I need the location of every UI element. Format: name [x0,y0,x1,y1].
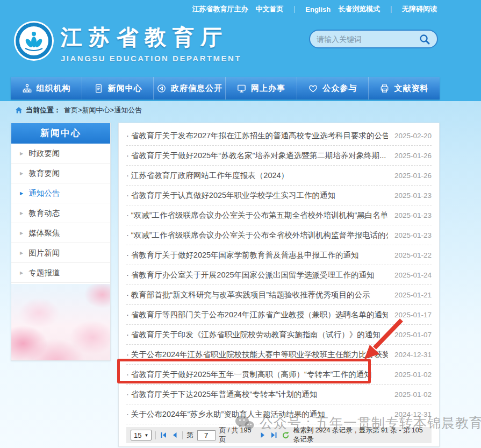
news-row: 省教育厅关于做好2025年“苏教名家”培养对象遴选暨第二期培养对象终期...20… [126,146,432,166]
topbar-separator: ｜ [387,4,394,14]
news-list: 省教育厅关于发布2027年拟在江苏招生的普通高校专业选考科目要求的公告2025-… [119,126,439,424]
news-link[interactable]: 省教育厅关于印发《江苏省职业院校劳动教育实施指南（试行）》的通知 [126,330,388,340]
sidebar-item[interactable]: ▶图片新闻 [11,243,110,263]
news-link[interactable]: 省教育厅关于做好2025年“苏教名家”培养对象遴选暨第二期培养对象终期... [126,151,388,161]
triangle-bullet-icon: ▶ [20,243,23,263]
sidebar-item[interactable]: ▶教育动态 [11,203,110,223]
page-size-select[interactable]: 15 ▼ [131,430,152,440]
news-date: 2024-12-31 [394,351,432,359]
news-link[interactable]: 省教育厅关于认真做好2025年职业学校学生实习工作的通知 [126,190,388,201]
news-link[interactable]: 省教育厅关于发布2027年拟在江苏招生的普通高校专业选考科目要求的公告 [126,131,388,141]
sidebar-item-label: 教育要闻 [28,163,60,183]
news-date: 2025-01-21 [394,291,432,299]
last-page-button[interactable] [270,431,278,439]
news-link[interactable]: 省教育厅办公室关于开展2025年国家公派出国留学选派受理工作的通知 [126,270,388,280]
news-link[interactable]: 省教育厅关于下达2025年普通高校“专转本”计划的通知 [126,389,388,400]
news-date: 2025-01-24 [394,271,432,279]
search-icon[interactable] [419,33,430,45]
news-date: 2025-01-26 [394,172,432,180]
next-page-button[interactable] [259,431,267,439]
triangle-bullet-icon: ▶ [20,263,23,283]
home-icon [15,106,23,114]
sidebar: 新闻中心 ▶时政要闻▶教育要闻▶通知公告▶教育动态▶媒体聚焦▶图片新闻▶专题报道 [11,123,111,361]
sidebar-item-label: 专题报道 [28,263,60,283]
news-link[interactable]: 关于公布2024年江苏省职业院校技能大赛中等职业学校班主任能力比赛获奖 [126,350,388,360]
sidebar-item[interactable]: ▶时政要闻 [11,144,110,163]
news-link[interactable]: 省教育厅关于做好2025年国家学前教育普及普惠县申报工作的通知 [126,250,388,260]
nav-label: 政府信息公开 [171,83,222,94]
news-link[interactable]: 关于公布2024年“苏乡永助”资助育人主题活动结果的通知 [126,409,388,419]
nav-label: 网上办事 [251,83,285,94]
pagination-summary: 检索到 2924 条记录，显示第 91 条 - 第 105 条记录 [293,426,427,444]
news-row: 省教育厅关于认真做好2025年职业学校学生实习工作的通知2025-01-23 [126,186,432,205]
news-link[interactable]: 江苏省教育厅政府网站工作年度报表（2024） [126,170,388,181]
page-label-suffix: 页 / 共 195 页 [219,426,255,444]
prev-page-button[interactable] [171,431,178,439]
first-page-button[interactable] [160,431,167,439]
topbar-link-host[interactable]: 江苏省教育厅主办 [192,4,248,14]
heart-icon [308,83,318,94]
sidebar-menu: ▶时政要闻▶教育要闻▶通知公告▶教育动态▶媒体聚焦▶图片新闻▶专题报道 [11,144,110,283]
refresh-icon[interactable] [282,431,290,440]
org-chart-icon [22,83,32,94]
sidebar-item[interactable]: ▶媒体聚焦 [11,223,110,243]
news-row: 省教育厅关于下达2025年普通高校“专转本”计划的通知2025-01-02 [126,385,432,404]
sidebar-item-label: 时政要闻 [28,144,60,163]
next-page-icon [259,431,267,439]
topbar-link-accessibility[interactable]: 无障碍阅读 [402,4,437,14]
topbar-link-chinese-home[interactable]: 中文首页 [256,4,284,14]
archive-icon [379,83,390,94]
nav-label: 新闻中心 [108,83,142,94]
news-date: 2025-01-23 [394,191,432,200]
nav-item-news-center[interactable]: 新闻中心 [82,77,153,99]
news-link[interactable]: 省教育厅关于做好2025年五年一贯制高职（高师）“专转本”工作的通知 [126,369,388,380]
triangle-bullet-icon: ▶ [20,183,23,203]
site-title-block: 江苏省教育厅 JIANGSU EDUCATION DEPARTMENT [61,20,241,63]
sidebar-item[interactable]: ▶通知公告 [11,183,110,203]
sidebar-item-label: 教育动态 [28,203,60,223]
triangle-bullet-icon: ▶ [20,163,23,183]
sidebar-title: 新闻中心 [11,123,110,144]
search-input[interactable] [317,35,419,44]
magnolia-decoration-image [11,284,110,360]
triangle-bullet-icon: ▶ [20,223,23,243]
news-date: 2025-01-22 [394,251,432,259]
news-date: 2024-12-31 [394,410,432,418]
sidebar-item[interactable]: ▶专题报道 [11,263,110,283]
news-link[interactable]: 教育部首批“新文科研究与改革实践项目”结题验收推荐优秀项目的公示 [126,290,388,300]
news-row: 省教育厅关于做好2025年国家学前教育普及普惠县申报工作的通知2025-01-2… [126,245,432,265]
news-date: 2025-01-23 [394,231,432,239]
sidebar-item-label: 通知公告 [28,183,60,203]
news-row: “双减”工作省级联席会议办公室关于公布全省校外培训机构监督举报电话的公...20… [126,225,432,245]
news-date: 2025-01-17 [394,311,432,319]
nav-item-documents[interactable]: 文献资料 [368,77,440,99]
nav-item-gov-info[interactable]: 政府信息公开 [153,77,225,99]
divider [155,431,156,439]
topbar: 江苏省教育厅主办 中文首页 ｜ English 长者浏览模式 ｜ 无障碍阅读 [192,4,437,14]
divider [182,431,183,439]
nav-item-public-participation[interactable]: 公众参与 [297,77,368,99]
news-row: 关于公布2024年“苏乡永助”资助育人主题活动结果的通知2024-12-31 [126,404,432,424]
news-link[interactable]: 省教育厅等四部门关于公布2024年江苏省产业教授（兼职）选聘名单的通知 [126,310,388,320]
page-number-input[interactable] [197,430,216,440]
sidebar-item-label: 图片新闻 [28,243,60,263]
last-page-icon [270,431,278,439]
topbar-link-elder-mode[interactable]: 长者浏览模式 [338,4,380,14]
topbar-separator: ｜ [291,4,298,14]
sidebar-item[interactable]: ▶教育要闻 [11,163,110,183]
news-row-highlighted: 省教育厅关于做好2025年五年一贯制高职（高师）“专转本”工作的通知2025-0… [126,365,432,385]
monitor-icon [236,83,247,94]
breadcrumb-path[interactable]: 首页>新闻中心>通知公告 [64,105,142,115]
nav-item-organization[interactable]: 组织机构 [11,77,82,99]
news-row: 教育部首批“新文科研究与改革实践项目”结题验收推荐优秀项目的公示2025-01-… [126,285,432,305]
nav-item-online-services[interactable]: 网上办事 [225,77,297,99]
site-title: 江苏省教育厅 [61,23,241,52]
header-zone: 江苏省教育厅主办 中文首页 ｜ English 长者浏览模式 ｜ 无障碍阅读 [0,0,481,101]
news-link[interactable]: “双减”工作省级联席会议办公室关于公布全省校外培训机构监督举报电话的公... [126,230,388,240]
topbar-link-english[interactable]: English [305,5,331,13]
news-date: 2025-01-26 [394,152,432,160]
news-link[interactable]: “双减”工作省级联席会议办公室关于公布第五期全省校外培训机构“黑白名单... [126,210,388,221]
news-row: 省教育厅关于印发《江苏省职业院校劳动教育实施指南（试行）》的通知2025-01-… [126,325,432,345]
sidebar-item-label: 媒体聚焦 [28,223,60,243]
news-row: “双减”工作省级联席会议办公室关于公布第五期全省校外培训机构“黑白名单...20… [126,205,432,225]
